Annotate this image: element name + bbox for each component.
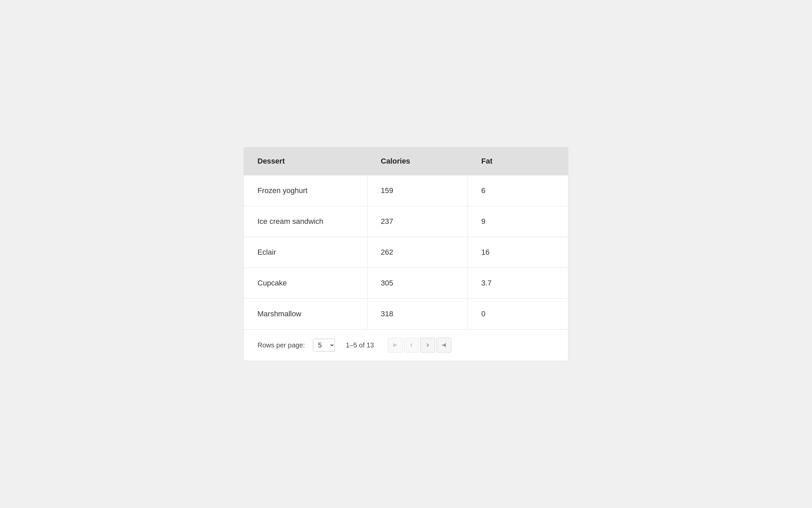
cell-dessert: Ice cream sandwich: [244, 206, 367, 237]
table-row: Frozen yoghurt1596: [244, 175, 568, 206]
last-page-button[interactable]: [436, 338, 451, 353]
last-page-icon: [441, 342, 447, 348]
cell-calories: 237: [367, 206, 468, 237]
cell-fat: 9: [468, 206, 568, 237]
table-row: Cupcake3053.7: [244, 268, 568, 299]
prev-page-icon: [408, 342, 414, 348]
cell-calories: 262: [367, 237, 468, 268]
cell-calories: 318: [367, 299, 468, 330]
first-page-icon: [392, 342, 398, 348]
first-page-button[interactable]: [388, 338, 403, 353]
cell-dessert: Marshmallow: [244, 299, 367, 330]
pagination-row: Rows per page: 51025 1–5 of 13: [244, 329, 568, 361]
cell-dessert: Cupcake: [244, 268, 367, 299]
header-calories: Calories: [367, 147, 468, 175]
cell-dessert: Eclair: [244, 237, 367, 268]
cell-calories: 159: [367, 175, 468, 206]
cell-fat: 6: [468, 175, 568, 206]
table-row: Eclair26216: [244, 237, 568, 268]
header-dessert: Dessert: [244, 147, 367, 175]
rows-per-page-label: Rows per page:: [257, 341, 305, 349]
rows-per-page-select[interactable]: 51025: [313, 339, 335, 352]
table-row: Ice cream sandwich2379: [244, 206, 568, 237]
table-header-row: Dessert Calories Fat: [244, 147, 568, 175]
dessert-table: Dessert Calories Fat Frozen yoghurt1596I…: [244, 147, 568, 329]
table-container: Dessert Calories Fat Frozen yoghurt1596I…: [244, 147, 568, 361]
table-row: Marshmallow3180: [244, 299, 568, 330]
cell-fat: 16: [468, 237, 568, 268]
cell-fat: 0: [468, 299, 568, 330]
next-page-button[interactable]: [420, 338, 435, 353]
cell-calories: 305: [367, 268, 468, 299]
next-page-icon: [425, 342, 431, 348]
prev-page-button[interactable]: [404, 338, 419, 353]
cell-fat: 3.7: [468, 268, 568, 299]
page-info: 1–5 of 13: [346, 341, 374, 349]
nav-buttons: [388, 338, 451, 353]
cell-dessert: Frozen yoghurt: [244, 175, 367, 206]
header-fat: Fat: [468, 147, 568, 175]
